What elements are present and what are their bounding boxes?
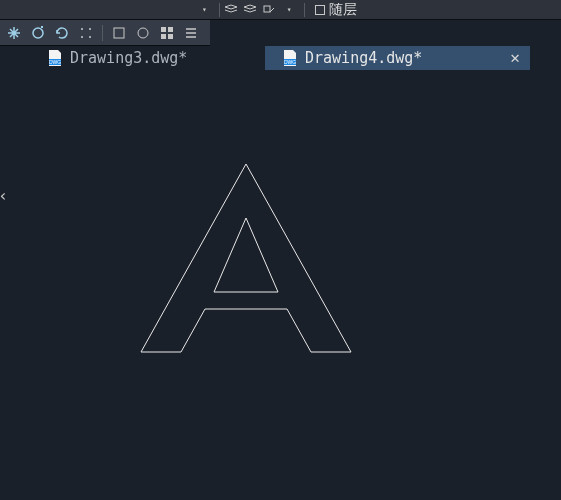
svg-point-1 — [33, 28, 43, 38]
svg-rect-10 — [161, 34, 166, 39]
dwg-file-icon: DWG — [48, 50, 62, 66]
rect-icon[interactable] — [111, 25, 127, 41]
toolbar-separator — [102, 25, 103, 41]
drawing-canvas[interactable]: ‹ — [0, 70, 561, 500]
layer-icon-1[interactable] — [224, 4, 239, 16]
ribbon-dropdown-caret-2[interactable]: ▾ — [285, 5, 292, 14]
ribbon-bar: ▾ ▾ 随层 — [0, 0, 561, 20]
pan-icon[interactable] — [6, 25, 22, 41]
svg-rect-9 — [168, 27, 173, 32]
ribbon-dropdown-caret-1[interactable]: ▾ — [200, 5, 207, 14]
points-icon[interactable] — [78, 25, 94, 41]
close-tab-button[interactable]: ✕ — [510, 48, 520, 67]
circle-icon[interactable] — [135, 25, 151, 41]
svg-point-4 — [81, 36, 83, 38]
orbit-icon[interactable] — [30, 25, 46, 41]
dwg-file-icon: DWG — [283, 50, 297, 66]
layer-match-icon[interactable] — [262, 4, 277, 16]
svg-point-2 — [81, 28, 83, 30]
svg-point-3 — [89, 28, 91, 30]
svg-rect-6 — [114, 28, 124, 38]
svg-rect-0 — [264, 6, 270, 12]
drawing-content — [0, 70, 561, 500]
layer-icon-2[interactable] — [243, 4, 258, 16]
tab-label: Drawing3.dwg* — [70, 49, 187, 67]
grid-large-icon[interactable] — [159, 25, 175, 41]
svg-text:DWG: DWG — [49, 59, 61, 65]
ribbon-separator — [219, 3, 220, 17]
tab-label: Drawing4.dwg* — [305, 49, 422, 67]
list-icon[interactable] — [183, 25, 199, 41]
svg-text:DWG: DWG — [284, 59, 296, 65]
svg-rect-8 — [161, 27, 166, 32]
color-swatch-icon — [315, 5, 325, 15]
layer-dropdown-label: 随层 — [329, 1, 357, 19]
layer-color-dropdown[interactable]: 随层 — [309, 1, 363, 19]
ribbon-icon-group — [224, 4, 277, 16]
ribbon-separator-2 — [304, 3, 305, 17]
svg-rect-11 — [168, 34, 173, 39]
svg-point-7 — [138, 28, 148, 38]
document-tab-drawing4[interactable]: DWG Drawing4.dwg* ✕ — [265, 46, 530, 70]
svg-point-5 — [89, 36, 91, 38]
refresh-icon[interactable] — [54, 25, 70, 41]
document-tab-drawing3[interactable]: DWG Drawing3.dwg* — [0, 46, 265, 70]
view-toolbar — [0, 20, 210, 46]
document-tab-bar: DWG Drawing3.dwg* DWG Drawing4.dwg* ✕ — [0, 46, 561, 70]
